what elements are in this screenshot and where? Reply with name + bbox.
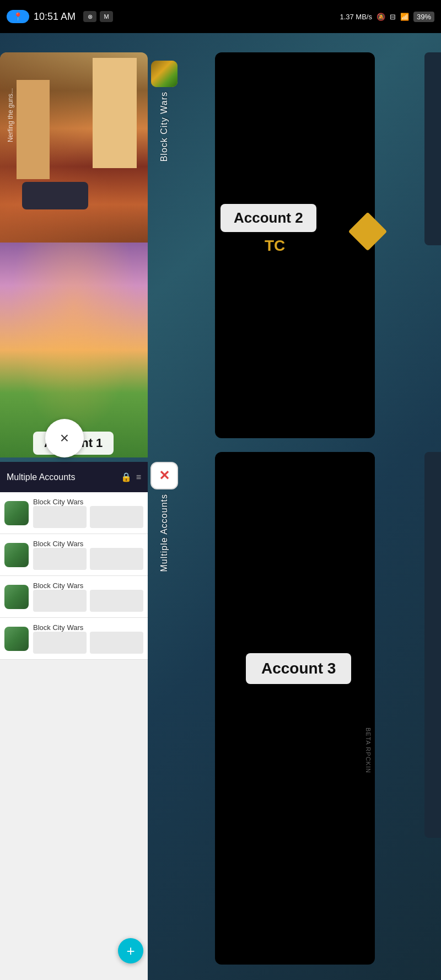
car-decoration bbox=[22, 182, 88, 209]
block-1b bbox=[90, 506, 143, 528]
block-city-wars-label: Block City Wars bbox=[148, 61, 181, 204]
status-right: 1.37 MB/s 🔕 ⊟ 📶 39% bbox=[340, 12, 434, 22]
account-row[interactable]: Block City Wars bbox=[0, 576, 148, 618]
account-icon-img-3 bbox=[4, 585, 29, 609]
network-speed: 1.37 MB/s bbox=[340, 13, 372, 21]
account-icon-img-4 bbox=[4, 627, 29, 651]
location-pill: 📍 bbox=[7, 10, 29, 23]
multiple-accounts-label: Multiple Accounts bbox=[7, 472, 116, 482]
multiple-accounts-side-label: ✕ Multiple Accounts bbox=[148, 462, 181, 638]
ma-text: Multiple Accounts bbox=[159, 494, 169, 572]
account-icon-4 bbox=[4, 627, 29, 651]
block-4a bbox=[33, 632, 87, 654]
recording-icon: ⊗ bbox=[83, 11, 96, 22]
account-row-label-4: Block City Wars bbox=[33, 623, 143, 632]
account-icon-img-1 bbox=[4, 501, 29, 525]
account-row[interactable]: Block City Wars bbox=[0, 618, 148, 660]
app-bottom-bar: Multiple Accounts 🔒 ≡ bbox=[0, 462, 148, 492]
gmail-icon: M bbox=[100, 11, 113, 22]
battery-save-icon: ⊟ bbox=[390, 13, 396, 21]
account-icon-img-2 bbox=[4, 543, 29, 567]
lock-icon: 🔒 bbox=[121, 472, 132, 482]
status-bar: 📍 10:51 AM ⊗ M 1.37 MB/s 🔕 ⊟ 📶 39% bbox=[0, 0, 441, 33]
multiple-accounts-icon: ✕ bbox=[150, 462, 178, 489]
bcw-text: Block City Wars bbox=[159, 91, 169, 161]
mute-icon: 🔕 bbox=[377, 13, 385, 21]
block-2b bbox=[90, 548, 143, 570]
nerting-text: Nerfing the guns... bbox=[7, 88, 14, 142]
account-row-blocks-1 bbox=[33, 506, 143, 528]
account-row[interactable]: Block City Wars bbox=[0, 492, 148, 534]
close-icon: × bbox=[60, 429, 69, 447]
tc-logo: TC bbox=[265, 237, 285, 255]
add-icon: + bbox=[126, 944, 135, 958]
account-icon-2 bbox=[4, 543, 29, 567]
block-3a bbox=[33, 590, 87, 612]
account-row[interactable]: Block City Wars bbox=[0, 534, 148, 576]
status-left: 📍 10:51 AM ⊗ M bbox=[7, 10, 113, 23]
right-edge-panel-top bbox=[424, 52, 441, 245]
account-row-blocks-3 bbox=[33, 590, 143, 612]
building-decoration-1 bbox=[93, 58, 137, 168]
account2-label[interactable]: Account 2 bbox=[220, 204, 316, 232]
add-account-button[interactable]: + bbox=[118, 938, 143, 963]
status-time: 10:51 AM bbox=[34, 11, 76, 23]
status-icons: ⊗ M bbox=[83, 11, 113, 22]
beta-version-text: BETA RPCKIN bbox=[365, 728, 372, 773]
block-4b bbox=[90, 632, 143, 654]
account-row-label-1: Block City Wars bbox=[33, 498, 143, 506]
account-row-blocks-4 bbox=[33, 632, 143, 654]
account3-panel[interactable] bbox=[215, 452, 375, 965]
bcw-app-icon bbox=[151, 61, 178, 87]
block-1a bbox=[33, 506, 87, 528]
block-2a bbox=[33, 548, 87, 570]
account-icon-1 bbox=[4, 501, 29, 525]
block-3b bbox=[90, 590, 143, 612]
accounts-list-panel: Block City Wars Block City Wars Block Ci… bbox=[0, 492, 148, 980]
account-row-label-3: Block City Wars bbox=[33, 581, 143, 590]
bcw-icon-inner bbox=[151, 61, 178, 87]
battery-level: 39% bbox=[413, 12, 434, 22]
menu-icon: ≡ bbox=[136, 472, 141, 482]
account3-label[interactable]: Account 3 bbox=[246, 653, 351, 684]
right-edge-panel-bottom bbox=[424, 452, 441, 838]
close-button[interactable]: × bbox=[45, 419, 84, 457]
wifi-icon: 📶 bbox=[400, 13, 409, 21]
location-icon: 📍 bbox=[13, 12, 23, 21]
account2-panel[interactable] bbox=[215, 52, 375, 438]
account-row-blocks-2 bbox=[33, 548, 143, 570]
x-icon: ✕ bbox=[159, 468, 170, 483]
game-screenshot-top bbox=[0, 52, 148, 243]
building-decoration-2 bbox=[17, 80, 50, 179]
account-icon-3 bbox=[4, 585, 29, 609]
account-row-label-2: Block City Wars bbox=[33, 540, 143, 548]
